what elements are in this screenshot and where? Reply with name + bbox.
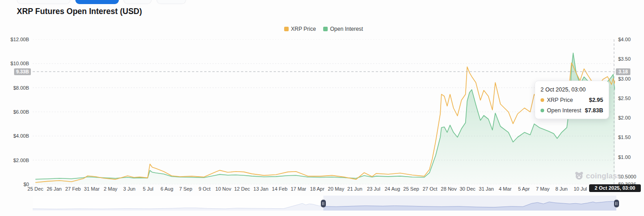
y-axis-label: $10.00B: [0, 61, 29, 66]
legend-item-xrp-price[interactable]: XRP Price: [284, 26, 316, 32]
y-axis-label: $3.50: [618, 56, 644, 62]
crosshair-date-badge: 2 Oct 2025, 03:00: [589, 184, 641, 192]
legend-label: Open Interest: [330, 26, 363, 32]
tooltip-row-oi: Open Interest $7.83B: [541, 107, 603, 114]
tooltip-row-price: XRP Price $2.95: [541, 97, 603, 103]
legend-marker-oi-icon: [323, 27, 328, 31]
watermark-text: coinglass: [586, 172, 621, 180]
y-axis-label: $8.00B: [0, 85, 29, 91]
chart-page: XRP Futures Open Interest (USD) XRP Pric…: [0, 0, 644, 216]
legend-label: XRP Price: [291, 26, 316, 32]
tab-pill-4[interactable]: [157, 0, 186, 4]
tooltip-series-value: $2.95: [589, 97, 603, 103]
tooltip-date: 2 Oct 2025, 03:00: [541, 86, 603, 93]
coinglass-watermark: coinglass: [575, 171, 621, 180]
y-axis-label: $12.00B: [0, 37, 29, 42]
tooltip-series-name: XRP Price: [547, 97, 573, 103]
y-axis-label: $0.5000: [618, 174, 644, 179]
y-axis-label: $4.00B: [0, 133, 29, 139]
chart-tooltip: 2 Oct 2025, 03:00 XRP Price $2.95 Open I…: [535, 81, 609, 119]
main-chart-plot[interactable]: [33, 39, 615, 184]
y-axis-label: $6.00B: [0, 109, 29, 115]
tab-pill-1[interactable]: [17, 0, 70, 4]
legend-marker-price-icon: [284, 27, 289, 31]
tab-pill-3[interactable]: [123, 0, 152, 4]
page-title: XRP Futures Open Interest (USD): [17, 7, 142, 16]
y-axis-label: $2.00B: [0, 158, 29, 163]
legend-item-open-interest[interactable]: Open Interest: [323, 26, 363, 32]
tab-pill-active[interactable]: [75, 0, 119, 4]
navigator-right-handle[interactable]: [614, 200, 619, 207]
crosshair-oi-badge: 9.33B: [14, 68, 31, 75]
y-axis-label: $2.00: [618, 115, 644, 120]
tooltip-series-value: $7.83B: [585, 107, 603, 114]
chart-legend: XRP Price Open Interest: [284, 26, 363, 32]
y-axis-label: $1.50: [618, 134, 644, 140]
coinglass-bear-icon: [575, 171, 584, 180]
price-dot-icon: [541, 98, 544, 102]
crosshair-price-badge: 3.18: [616, 68, 630, 75]
y-axis-label: $1.00: [618, 154, 644, 160]
navigator-left-handle[interactable]: [321, 200, 326, 207]
y-axis-label: $2.50: [618, 96, 644, 101]
y-axis-label: $4.00: [618, 37, 644, 42]
y-axis-label: $3.00: [618, 76, 644, 82]
tooltip-series-name: Open Interest: [547, 107, 581, 114]
oi-dot-icon: [541, 109, 544, 112]
